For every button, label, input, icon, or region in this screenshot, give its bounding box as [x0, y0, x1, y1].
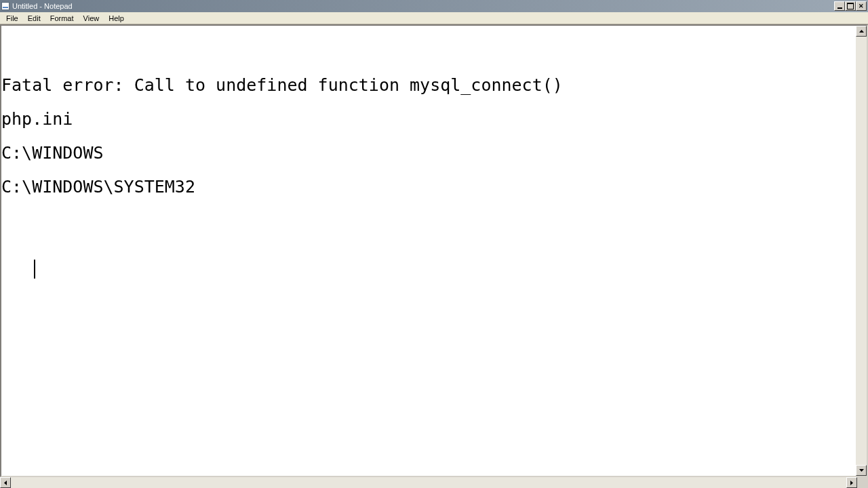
scroll-corner	[857, 477, 868, 488]
text-caret	[34, 260, 35, 279]
minimize-button[interactable]	[834, 1, 845, 11]
notepad-icon	[1, 2, 9, 10]
editor-content: Fatal error: Call to undefined function …	[1, 60, 856, 195]
scroll-right-button[interactable]	[846, 477, 857, 488]
bottom-scroll-row	[0, 477, 868, 488]
title-bar: Untitled - Notepad ✕	[0, 0, 868, 12]
svg-marker-1	[859, 469, 864, 472]
scroll-track-vertical[interactable]	[856, 37, 867, 465]
vertical-scrollbar[interactable]	[856, 26, 867, 476]
menu-edit[interactable]: Edit	[23, 14, 45, 23]
horizontal-scrollbar[interactable]	[0, 477, 857, 488]
menu-bar: File Edit Format View Help	[0, 12, 868, 24]
menu-format[interactable]: Format	[45, 14, 79, 23]
maximize-button[interactable]	[845, 1, 856, 11]
scroll-track-horizontal[interactable]	[11, 477, 846, 488]
close-button[interactable]: ✕	[856, 1, 867, 11]
window-controls: ✕	[834, 1, 867, 11]
menu-file[interactable]: File	[1, 14, 23, 23]
svg-marker-3	[850, 481, 853, 485]
window-title: Untitled - Notepad	[12, 2, 834, 10]
svg-marker-2	[4, 481, 7, 485]
scroll-down-button[interactable]	[856, 465, 867, 476]
menu-help[interactable]: Help	[104, 14, 129, 23]
scroll-up-button[interactable]	[856, 26, 867, 37]
scroll-left-button[interactable]	[0, 477, 11, 488]
text-editor[interactable]: Fatal error: Call to undefined function …	[1, 26, 856, 476]
svg-marker-0	[859, 30, 864, 33]
menu-view[interactable]: View	[79, 14, 104, 23]
editor-frame: Fatal error: Call to undefined function …	[0, 24, 868, 477]
